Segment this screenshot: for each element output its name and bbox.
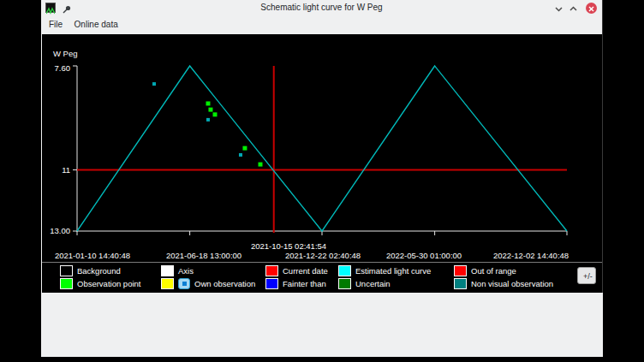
- observation-point: [258, 163, 262, 167]
- menu-online-data[interactable]: Online data: [75, 15, 118, 34]
- legend-column-5: Out of range Non visual observation: [454, 264, 553, 290]
- axis-swatch: [161, 265, 174, 276]
- legend-label: Uncertain: [355, 279, 391, 288]
- legend-label: Estimated light curve: [355, 266, 431, 276]
- menu-bar: File Online data: [41, 15, 602, 34]
- non-visual-observation-point: [152, 82, 156, 86]
- x-axis-label: 2022-12-02 14:40:48: [493, 251, 569, 260]
- own-observation-checkbox[interactable]: [178, 278, 190, 289]
- estimated-light-curve: [77, 66, 567, 231]
- legend-label: Axis: [178, 266, 194, 276]
- close-icon[interactable]: [586, 3, 597, 14]
- own-observation-swatch: [161, 278, 174, 289]
- y-axis-label: 11: [62, 165, 70, 175]
- title-bar[interactable]: Schematic light curve for W Peg: [41, 0, 602, 16]
- observation-point: [206, 101, 210, 105]
- legend-label: Background: [77, 266, 121, 276]
- estimated-light-curve-swatch: [338, 265, 351, 276]
- legend-column-2: Axis Own observation: [161, 264, 255, 290]
- legend-column-3: Current date Fainter than: [265, 264, 328, 290]
- observation-point: [208, 108, 212, 112]
- legend-label: Fainter than: [283, 279, 326, 288]
- minimize-icon[interactable]: [553, 3, 564, 14]
- legend-label: Own observation: [194, 279, 255, 288]
- legend-label: Non visual observation: [471, 279, 553, 288]
- y-axis-label: 7.60: [55, 63, 71, 73]
- current-date-label: 2021-10-15 02:41:54: [251, 241, 326, 251]
- uncertain-swatch: [338, 278, 351, 289]
- x-axis-label: 2021-01-10 14:40:48: [55, 251, 130, 260]
- non-visual-observation-swatch: [454, 278, 467, 289]
- legend-plus-minus-button[interactable]: +/-: [577, 267, 596, 284]
- x-axis-label: 2022-05-30 01:00:00: [386, 251, 462, 260]
- legend-column-4: Estimated light curve Uncertain: [338, 264, 431, 290]
- observation-point: [213, 112, 218, 116]
- observation-point-swatch: [60, 278, 73, 289]
- form-panel: Star: Type: Mag. max: Mag min: Period: R…: [41, 293, 603, 357]
- legend-label: Out of range: [471, 266, 516, 276]
- plot-panel: W Peg7.601113.002021-01-10 14:40:482021-…: [42, 34, 602, 262]
- current-date-swatch: [265, 265, 278, 276]
- light-curve-plot: W Peg7.601113.002021-01-10 14:40:482021-…: [42, 34, 602, 262]
- x-axis-label: 2021-12-22 02:40:48: [285, 251, 361, 260]
- fainter-than-swatch: [265, 278, 278, 289]
- legend-panel: Background Observation point Axis Own ob…: [42, 262, 602, 293]
- menu-file[interactable]: File: [49, 15, 63, 34]
- y-axis-label: 13.00: [50, 226, 70, 235]
- x-axis-label: 2021-06-18 13:00:00: [166, 251, 242, 260]
- maximize-icon[interactable]: [568, 3, 579, 14]
- legend-column-1: Background Observation point: [60, 264, 140, 290]
- desktop-background: Schematic light curve for W Peg File Onl…: [0, 0, 644, 362]
- observation-point: [242, 146, 247, 151]
- legend-label: Current date: [283, 266, 328, 276]
- background-swatch: [60, 265, 73, 276]
- legend-label: Observation point: [77, 279, 140, 288]
- window-title: Schematic light curve for W Peg: [41, 0, 602, 15]
- plot-star-title: W Peg: [53, 49, 78, 58]
- out-of-range-swatch: [454, 265, 467, 276]
- non-visual-observation-point: [239, 153, 242, 157]
- app-window: Schematic light curve for W Peg File Onl…: [41, 0, 603, 357]
- non-visual-observation-point: [206, 118, 210, 122]
